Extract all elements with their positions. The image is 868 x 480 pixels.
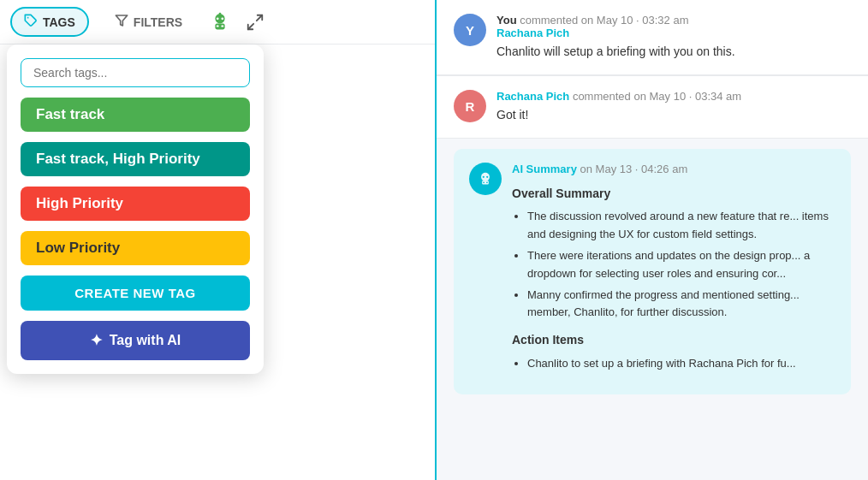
svg-rect-17	[486, 182, 488, 183]
tag-high-priority[interactable]: High Priority	[21, 187, 250, 221]
tag-low-priority[interactable]: Low Priority	[21, 231, 250, 265]
svg-point-12	[481, 173, 490, 181]
star-icon: ✦	[90, 331, 103, 350]
filter-icon	[115, 14, 128, 30]
tag-search-input[interactable]	[21, 58, 250, 87]
comment-rachana-timestamp: commented on May 10 · 03:34 am	[573, 90, 741, 103]
overall-item-2: Manny confirmed the progress and mention…	[527, 287, 835, 323]
svg-marker-1	[116, 15, 127, 26]
comment-you-text: Chanlito will setup a briefing with you …	[496, 43, 851, 61]
overall-summary-list: The discussion revolved around a new fea…	[512, 208, 835, 322]
tag-with-ai-button[interactable]: ✦ Tag with AI	[21, 321, 250, 360]
svg-point-14	[483, 176, 485, 178]
ai-summary-content: AI Summary on May 13 · 04:26 am Overall …	[512, 163, 835, 381]
ai-summary-block: AI Summary on May 13 · 04:26 am Overall …	[454, 149, 851, 394]
comment-rachana-text: Got it!	[496, 106, 851, 124]
tag-fast-track-high-priority[interactable]: Fast track, High Priority	[21, 142, 250, 176]
action-item-0: Chanlito to set up a briefing with Racha…	[527, 355, 835, 373]
svg-line-11	[248, 23, 253, 28]
ai-summary-label: AI Summary	[512, 163, 577, 175]
overall-item-1: There were iterations and updates on the…	[527, 247, 835, 283]
expand-button[interactable]	[246, 13, 265, 32]
comment-you-author: You	[496, 14, 517, 27]
svg-rect-16	[483, 182, 485, 183]
overall-summary-title: Overall Summary	[512, 184, 835, 203]
comment-you-timestamp: commented on May 10 · 03:32 am	[520, 14, 688, 27]
comment-you: Y You commented on May 10 · 03:32 am Rac…	[437, 0, 868, 75]
avatar-ai	[469, 163, 502, 195]
action-items-title: Action Items	[512, 330, 835, 349]
search-wrapper	[21, 58, 250, 87]
left-panel: TAGS FILTERS	[0, 0, 437, 480]
action-items-list: Chanlito to set up a briefing with Racha…	[512, 355, 835, 373]
svg-rect-9	[222, 25, 224, 27]
right-panel: Y You commented on May 10 · 03:32 am Rac…	[437, 0, 868, 480]
svg-point-15	[486, 176, 488, 178]
svg-point-4	[217, 17, 219, 20]
tags-label: TAGS	[43, 15, 75, 29]
ai-summary-header: AI Summary on May 13 · 04:26 am	[512, 163, 835, 175]
rachana-link[interactable]: Rachana Pich	[496, 27, 569, 39]
overall-item-0: The discussion revolved around a new fea…	[527, 208, 835, 244]
tag-icon	[24, 14, 38, 30]
avatar-rachana: R	[454, 90, 486, 122]
comment-you-content: You commented on May 10 · 03:32 am Racha…	[496, 14, 851, 61]
comment-rachana-author[interactable]: Rachana Pich	[496, 90, 569, 103]
tags-button[interactable]: TAGS	[10, 7, 89, 37]
toolbar: TAGS FILTERS	[0, 0, 435, 44]
filters-label: FILTERS	[134, 15, 182, 29]
comment-rachana-content: Rachana Pich commented on May 10 · 03:34…	[496, 90, 851, 124]
ai-robot-button[interactable]	[208, 10, 232, 34]
svg-point-5	[222, 17, 224, 20]
tags-dropdown: Fast track Fast track, High Priority Hig…	[7, 44, 264, 374]
svg-rect-8	[217, 25, 219, 27]
comment-you-header: You commented on May 10 · 03:32 am Racha…	[496, 14, 851, 39]
ai-summary-body: Overall Summary The discussion revolved …	[512, 184, 835, 372]
filters-button[interactable]: FILTERS	[103, 9, 194, 35]
svg-line-10	[257, 15, 262, 20]
ai-summary-timestamp: on May 13 · 04:26 am	[580, 163, 688, 175]
create-new-tag-button[interactable]: CREATE NEW TAG	[21, 276, 250, 311]
tag-fast-track[interactable]: Fast track	[21, 98, 250, 132]
comment-rachana-header: Rachana Pich commented on May 10 · 03:34…	[496, 90, 851, 103]
avatar-you: Y	[454, 14, 486, 46]
comment-rachana: R Rachana Pich commented on May 10 · 03:…	[437, 76, 868, 139]
